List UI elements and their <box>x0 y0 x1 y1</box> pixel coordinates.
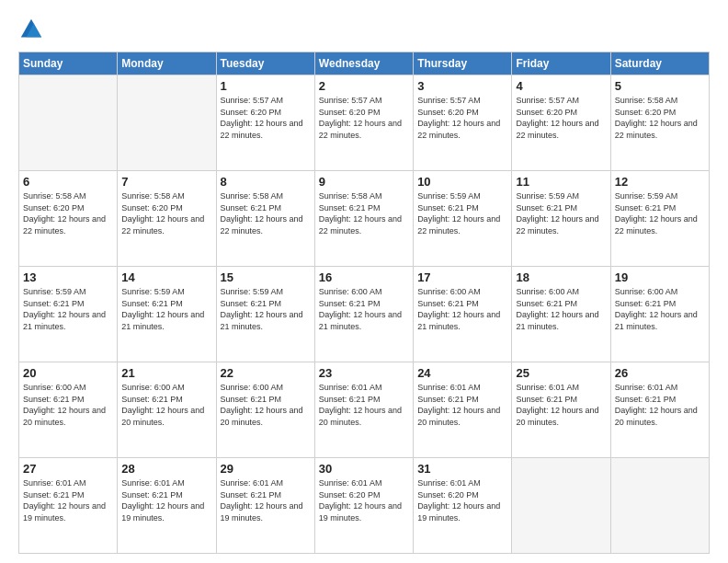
day-number: 31 <box>417 462 507 476</box>
day-info: Sunrise: 5:59 AM Sunset: 6:21 PM Dayligh… <box>121 286 211 332</box>
day-info: Sunrise: 5:57 AM Sunset: 6:20 PM Dayligh… <box>221 95 311 141</box>
calendar-cell: 23Sunrise: 6:01 AM Sunset: 6:21 PM Dayli… <box>314 362 413 458</box>
day-info: Sunrise: 5:58 AM Sunset: 6:20 PM Dayligh… <box>23 190 113 236</box>
day-number: 3 <box>417 79 507 93</box>
header <box>18 17 710 42</box>
day-info: Sunrise: 6:00 AM Sunset: 6:21 PM Dayligh… <box>121 382 211 428</box>
day-number: 19 <box>615 270 705 284</box>
day-number: 7 <box>121 175 211 189</box>
day-number: 14 <box>121 270 211 284</box>
weekday-header-sunday: Sunday <box>19 52 118 75</box>
calendar-cell: 11Sunrise: 5:59 AM Sunset: 6:21 PM Dayli… <box>512 171 610 267</box>
day-number: 6 <box>23 175 113 189</box>
day-info: Sunrise: 5:58 AM Sunset: 6:21 PM Dayligh… <box>319 190 409 236</box>
day-info: Sunrise: 6:01 AM Sunset: 6:21 PM Dayligh… <box>23 477 113 523</box>
day-info: Sunrise: 5:57 AM Sunset: 6:20 PM Dayligh… <box>516 95 606 141</box>
weekday-header-tuesday: Tuesday <box>216 52 314 75</box>
calendar-cell: 13Sunrise: 5:59 AM Sunset: 6:21 PM Dayli… <box>19 267 118 362</box>
day-info: Sunrise: 5:57 AM Sunset: 6:20 PM Dayligh… <box>417 95 507 141</box>
calendar-cell: 15Sunrise: 5:59 AM Sunset: 6:21 PM Dayli… <box>216 267 314 362</box>
day-number: 23 <box>319 366 409 380</box>
day-info: Sunrise: 6:00 AM Sunset: 6:21 PM Dayligh… <box>516 286 606 332</box>
calendar-cell: 26Sunrise: 6:01 AM Sunset: 6:21 PM Dayli… <box>610 362 709 458</box>
calendar-cell: 19Sunrise: 6:00 AM Sunset: 6:21 PM Dayli… <box>610 267 709 362</box>
calendar-cell: 31Sunrise: 6:01 AM Sunset: 6:20 PM Dayli… <box>414 458 512 554</box>
day-info: Sunrise: 6:00 AM Sunset: 6:21 PM Dayligh… <box>417 286 507 332</box>
calendar-cell: 30Sunrise: 6:01 AM Sunset: 6:20 PM Dayli… <box>314 458 413 554</box>
week-row-5: 27Sunrise: 6:01 AM Sunset: 6:21 PM Dayli… <box>19 458 710 554</box>
calendar-cell: 17Sunrise: 6:00 AM Sunset: 6:21 PM Dayli… <box>414 267 512 362</box>
week-row-3: 13Sunrise: 5:59 AM Sunset: 6:21 PM Dayli… <box>19 267 710 362</box>
calendar-cell: 20Sunrise: 6:00 AM Sunset: 6:21 PM Dayli… <box>19 362 118 458</box>
week-row-4: 20Sunrise: 6:00 AM Sunset: 6:21 PM Dayli… <box>19 362 710 458</box>
calendar-cell: 10Sunrise: 5:59 AM Sunset: 6:21 PM Dayli… <box>414 171 512 267</box>
calendar-cell: 24Sunrise: 6:01 AM Sunset: 6:21 PM Dayli… <box>414 362 512 458</box>
day-number: 20 <box>23 366 113 380</box>
day-number: 25 <box>516 366 606 380</box>
calendar-cell <box>19 75 118 171</box>
weekday-header-friday: Friday <box>512 52 610 75</box>
day-number: 12 <box>615 175 705 189</box>
calendar-cell <box>118 75 216 171</box>
weekday-header-row: SundayMondayTuesdayWednesdayThursdayFrid… <box>19 52 710 75</box>
calendar-cell: 3Sunrise: 5:57 AM Sunset: 6:20 PM Daylig… <box>414 75 512 171</box>
day-info: Sunrise: 5:58 AM Sunset: 6:20 PM Dayligh… <box>615 95 705 141</box>
logo <box>18 17 48 42</box>
day-number: 27 <box>23 462 113 476</box>
day-info: Sunrise: 5:59 AM Sunset: 6:21 PM Dayligh… <box>615 190 705 236</box>
day-info: Sunrise: 6:01 AM Sunset: 6:21 PM Dayligh… <box>221 477 311 523</box>
weekday-header-saturday: Saturday <box>610 52 709 75</box>
day-number: 15 <box>221 270 311 284</box>
day-info: Sunrise: 6:01 AM Sunset: 6:21 PM Dayligh… <box>319 382 409 428</box>
day-number: 18 <box>516 270 606 284</box>
day-info: Sunrise: 5:59 AM Sunset: 6:21 PM Dayligh… <box>23 286 113 332</box>
day-number: 11 <box>516 175 606 189</box>
page: SundayMondayTuesdayWednesdayThursdayFrid… <box>0 0 728 563</box>
day-info: Sunrise: 6:01 AM Sunset: 6:21 PM Dayligh… <box>417 382 507 428</box>
calendar-cell: 27Sunrise: 6:01 AM Sunset: 6:21 PM Dayli… <box>19 458 118 554</box>
day-info: Sunrise: 5:58 AM Sunset: 6:20 PM Dayligh… <box>121 190 211 236</box>
day-number: 30 <box>319 462 409 476</box>
day-number: 17 <box>417 270 507 284</box>
day-number: 8 <box>221 175 311 189</box>
calendar-cell: 18Sunrise: 6:00 AM Sunset: 6:21 PM Dayli… <box>512 267 610 362</box>
day-number: 13 <box>23 270 113 284</box>
calendar-cell: 4Sunrise: 5:57 AM Sunset: 6:20 PM Daylig… <box>512 75 610 171</box>
day-number: 5 <box>615 79 705 93</box>
calendar-cell: 29Sunrise: 6:01 AM Sunset: 6:21 PM Dayli… <box>216 458 314 554</box>
calendar-cell <box>512 458 610 554</box>
weekday-header-thursday: Thursday <box>414 52 512 75</box>
day-number: 9 <box>319 175 409 189</box>
day-info: Sunrise: 5:57 AM Sunset: 6:20 PM Dayligh… <box>319 95 409 141</box>
day-info: Sunrise: 6:00 AM Sunset: 6:21 PM Dayligh… <box>23 382 113 428</box>
calendar-cell: 8Sunrise: 5:58 AM Sunset: 6:21 PM Daylig… <box>216 171 314 267</box>
calendar-cell: 16Sunrise: 6:00 AM Sunset: 6:21 PM Dayli… <box>314 267 413 362</box>
day-info: Sunrise: 6:01 AM Sunset: 6:20 PM Dayligh… <box>417 477 507 523</box>
day-info: Sunrise: 5:59 AM Sunset: 6:21 PM Dayligh… <box>417 190 507 236</box>
calendar-table: SundayMondayTuesdayWednesdayThursdayFrid… <box>18 52 710 554</box>
day-number: 26 <box>615 366 705 380</box>
day-number: 16 <box>319 270 409 284</box>
day-number: 29 <box>221 462 311 476</box>
day-number: 1 <box>221 79 311 93</box>
day-number: 22 <box>221 366 311 380</box>
day-number: 4 <box>516 79 606 93</box>
calendar-cell: 21Sunrise: 6:00 AM Sunset: 6:21 PM Dayli… <box>118 362 216 458</box>
day-info: Sunrise: 6:00 AM Sunset: 6:21 PM Dayligh… <box>221 382 311 428</box>
day-info: Sunrise: 6:01 AM Sunset: 6:20 PM Dayligh… <box>319 477 409 523</box>
day-info: Sunrise: 6:00 AM Sunset: 6:21 PM Dayligh… <box>615 286 705 332</box>
day-info: Sunrise: 5:58 AM Sunset: 6:21 PM Dayligh… <box>221 190 311 236</box>
weekday-header-wednesday: Wednesday <box>314 52 413 75</box>
day-number: 2 <box>319 79 409 93</box>
calendar-cell: 9Sunrise: 5:58 AM Sunset: 6:21 PM Daylig… <box>314 171 413 267</box>
day-number: 10 <box>417 175 507 189</box>
logo-icon <box>18 17 44 42</box>
calendar-cell: 6Sunrise: 5:58 AM Sunset: 6:20 PM Daylig… <box>19 171 118 267</box>
calendar-cell: 5Sunrise: 5:58 AM Sunset: 6:20 PM Daylig… <box>610 75 709 171</box>
day-info: Sunrise: 5:59 AM Sunset: 6:21 PM Dayligh… <box>221 286 311 332</box>
day-info: Sunrise: 6:01 AM Sunset: 6:21 PM Dayligh… <box>516 382 606 428</box>
day-info: Sunrise: 6:01 AM Sunset: 6:21 PM Dayligh… <box>615 382 705 428</box>
day-number: 28 <box>121 462 211 476</box>
calendar-cell: 12Sunrise: 5:59 AM Sunset: 6:21 PM Dayli… <box>610 171 709 267</box>
day-number: 21 <box>121 366 211 380</box>
